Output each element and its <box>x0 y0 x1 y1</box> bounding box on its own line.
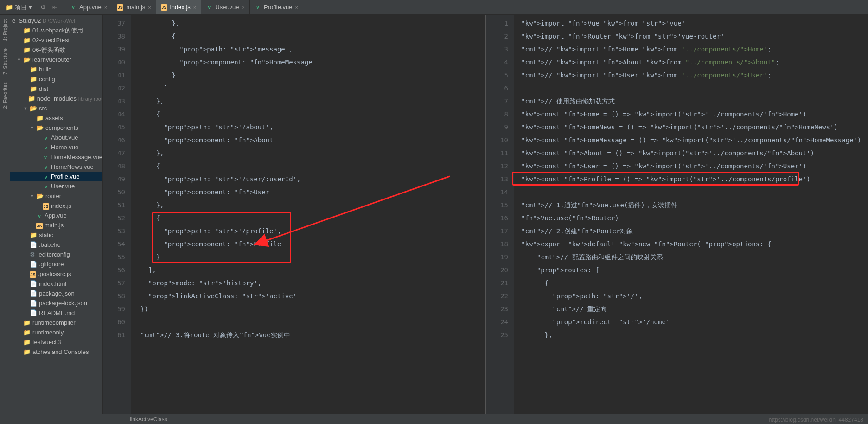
code-right[interactable]: "kw">import "fn">Vue "kw">from "str">'vu… <box>514 15 868 414</box>
folder-icon: 📁 <box>28 95 35 102</box>
json-icon: 📄 <box>30 300 37 307</box>
vue-icon: V <box>43 134 49 141</box>
tree-item[interactable]: ▼📂learnvuerouter <box>10 55 102 64</box>
folder-icon: 📁 <box>30 76 37 83</box>
close-icon[interactable]: × <box>193 5 196 10</box>
tree-item[interactable]: ▼📂src <box>10 103 102 113</box>
tree-item[interactable]: VAbout.vue <box>10 133 102 142</box>
tree-item[interactable]: VHome.vue <box>10 142 102 152</box>
project-label: 项目 <box>15 3 27 12</box>
folder-open-icon: 📂 <box>30 105 37 112</box>
tab-main-js[interactable]: JSmain.js× <box>112 0 156 14</box>
folder-icon: 📁 <box>23 319 31 326</box>
project-tree[interactable]: e_Study02 D:\CWork\Wet📁01-webpack的使用📁02-… <box>10 15 103 414</box>
tree-item[interactable]: 📁build <box>10 64 102 74</box>
md-icon: 📄 <box>30 309 37 316</box>
json-icon: 📄 <box>30 290 37 297</box>
tree-item[interactable]: VUser.vue <box>10 181 102 191</box>
tree-item[interactable]: 📁06-箭头函数 <box>10 45 102 55</box>
vue-icon: V <box>36 212 43 219</box>
folder-open-icon: 📂 <box>36 193 44 199</box>
project-dropdown[interactable]: 📁 项目 ▾ <box>2 3 36 12</box>
chevron-down-icon: ▾ <box>29 4 32 11</box>
folder-icon: 📁 <box>23 46 31 53</box>
toolbar: 📁 项目 ▾ ⚙ ⇤ VApp.vue×JSmain.js×JSindex.js… <box>0 0 868 15</box>
tree-item[interactable]: 📁runtimeonly <box>10 328 102 337</box>
tree-item[interactable]: 📁dist <box>10 84 102 94</box>
editor-split: 3738394041424344454647484950515253545556… <box>103 15 868 414</box>
folder-icon: 📁 <box>36 115 44 122</box>
editor-tabs: VApp.vue×JSmain.js×JSindex.js×VUser.vue×… <box>65 0 303 14</box>
tab-App-vue[interactable]: VApp.vue× <box>65 0 112 14</box>
gutter-right: 1234567891011121314151617181920212223242… <box>486 15 514 414</box>
vue-icon: V <box>43 163 49 171</box>
tree-item[interactable]: 📁02-vuecli2test <box>10 35 102 45</box>
tree-item[interactable]: VProfile.vue <box>10 172 102 181</box>
tool-window-tabs: 1: Project7: Structure2: Favorites <box>0 15 10 414</box>
tree-item[interactable]: VApp.vue <box>10 211 102 220</box>
tree-item[interactable]: 📁static <box>10 230 102 240</box>
tree-item[interactable]: 📄package-lock.json <box>10 298 102 308</box>
folder-icon: 📁 <box>23 348 31 355</box>
close-icon[interactable]: × <box>104 5 107 10</box>
editor-left[interactable]: 3738394041424344454647484950515253545556… <box>103 15 485 414</box>
tree-item[interactable]: ▼📂router <box>10 191 102 201</box>
collapse-icon[interactable]: ⇤ <box>51 4 59 11</box>
tree-item[interactable]: VHomeMessage.vue <box>10 152 102 162</box>
gear-icon[interactable]: ⚙ <box>38 4 48 11</box>
tree-item[interactable]: 📄README.md <box>10 308 102 318</box>
vue-icon: V <box>43 144 49 151</box>
tree-item[interactable]: ⚙.editorconfig <box>10 250 102 259</box>
watermark: https://blog.csdn.net/weixin_44827418 <box>769 417 863 423</box>
folder-icon: 📁 <box>6 4 13 11</box>
tool-tab[interactable]: 7: Structure <box>1 45 9 78</box>
folder-icon: 📁 <box>30 231 37 238</box>
tree-item[interactable]: JSindex.js <box>10 201 102 211</box>
folder-icon: 📁 <box>23 329 31 336</box>
tree-item[interactable]: 📄.gitignore <box>10 259 102 269</box>
close-icon[interactable]: × <box>295 5 298 10</box>
html-icon: 📄 <box>30 280 37 287</box>
breadcrumb-bar: linkActiveClass https://blog.csdn.net/we… <box>0 414 868 424</box>
editor-right[interactable]: 1234567891011121314151617181920212223242… <box>485 15 868 414</box>
js-icon: JS <box>43 202 49 210</box>
tree-item[interactable]: 📁node_modules library root <box>10 94 102 103</box>
tool-tab[interactable]: 1: Project <box>1 16 9 45</box>
file-icon: 📄 <box>30 261 37 268</box>
folder-icon: 📁 <box>23 339 31 346</box>
breadcrumb-item[interactable]: linkActiveClass <box>130 416 167 423</box>
tab-Profile-vue[interactable]: VProfile.vue× <box>250 0 303 14</box>
close-icon[interactable]: × <box>148 5 151 10</box>
toolbar-project-section: 📁 项目 ▾ ⚙ ⇤ <box>2 3 65 12</box>
gear-icon: ⚙ <box>30 251 35 258</box>
tree-item[interactable]: JSmain.js <box>10 220 102 230</box>
vue-icon: V <box>43 183 49 190</box>
tree-item[interactable]: 📁atches and Consoles <box>10 347 102 357</box>
code-left[interactable]: }, { "prop">path: "str">'message', "prop… <box>131 15 485 414</box>
folder-icon: 📁 <box>30 85 37 92</box>
tree-item[interactable]: 📄package.json <box>10 289 102 298</box>
tab-index-js[interactable]: JSindex.js× <box>156 0 202 14</box>
tab-User-vue[interactable]: VUser.vue× <box>201 0 250 14</box>
folder-icon: 📁 <box>30 66 37 73</box>
tree-item[interactable]: 📁01-webpack的使用 <box>10 26 102 35</box>
tree-item[interactable]: JS.postcssrc.js <box>10 269 102 279</box>
vue-icon: V <box>43 173 49 180</box>
tree-item[interactable]: VHomeNews.vue <box>10 162 102 172</box>
folder-open-icon: 📂 <box>23 56 31 63</box>
tool-tab[interactable]: 2: Favorites <box>1 78 9 112</box>
tree-item[interactable]: 📁runtimecompiler <box>10 318 102 328</box>
tree-item[interactable]: 📁testvuecli3 <box>10 337 102 347</box>
tree-root[interactable]: e_Study02 D:\CWork\Wet <box>10 16 102 26</box>
tree-item[interactable]: 📄index.html <box>10 279 102 289</box>
tree-item[interactable]: ▼📂components <box>10 123 102 133</box>
folder-open-icon: 📂 <box>36 124 44 131</box>
tree-item[interactable]: 📁assets <box>10 113 102 123</box>
tree-item[interactable]: 📄.babelrc <box>10 240 102 250</box>
js-icon: JS <box>36 222 43 229</box>
close-icon[interactable]: × <box>242 5 245 10</box>
file-icon: 📄 <box>30 241 37 248</box>
tree-item[interactable]: 📁config <box>10 74 102 84</box>
folder-icon: 📁 <box>23 37 31 44</box>
gutter-left: 3738394041424344454647484950515253545556… <box>103 15 131 414</box>
